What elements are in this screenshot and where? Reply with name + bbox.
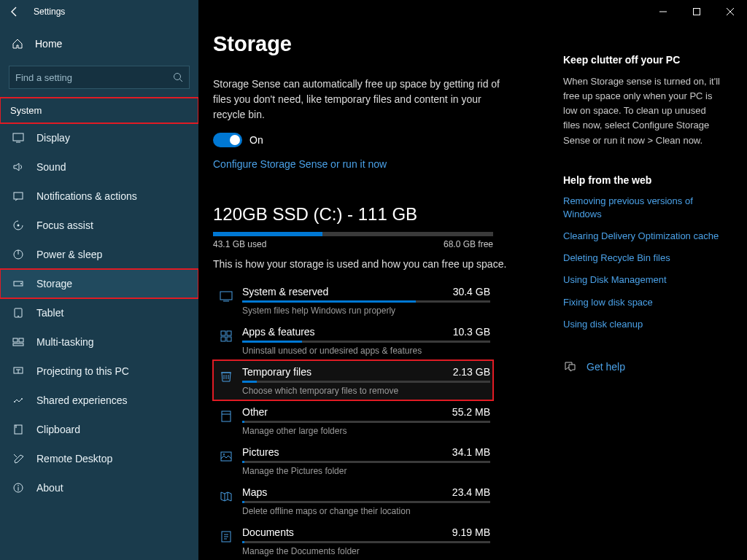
help-link[interactable]: Clearing Delivery Optimization cache [563,230,722,243]
category-icon [216,326,236,343]
storage-category-apps-features[interactable]: Apps & features10.3 GBUninstall unused o… [213,320,493,360]
category-bar [242,501,490,503]
home-icon [10,38,25,50]
category-bar [242,300,490,303]
storage-category-temporary-files[interactable]: Temporary files2.13 GBChoose which tempo… [213,360,493,400]
svg-point-25 [18,485,19,486]
right-heading-1: Keep clutter off your PC [563,54,722,66]
sidebar-icon [10,394,26,406]
category-icon [216,406,236,424]
category-system[interactable]: System [0,98,198,123]
sidebar-item-clipboard[interactable]: Clipboard [0,415,198,444]
category-bar [242,461,490,463]
chat-icon [563,360,581,373]
sidebar-item-display[interactable]: Display [0,123,198,152]
svg-rect-29 [227,331,231,335]
sidebar-item-label: Notifications & actions [36,190,137,202]
sidebar-icon [10,278,26,289]
sidebar-icon [10,161,26,173]
search-icon [173,72,183,82]
sidebar-item-label: Power & sleep [36,249,102,260]
help-link[interactable]: Removing previous versions of Windows [563,195,722,221]
category-subtitle: Choose which temporary files to remove [242,386,490,396]
category-size: 2.13 GB [453,366,490,378]
svg-point-11 [20,283,22,284]
sidebar: Home System DisplaySoundNotifications & … [0,0,198,560]
sidebar-item-label: Tablet [36,307,63,319]
svg-rect-15 [19,338,23,342]
svg-rect-14 [13,338,18,342]
sidebar-item-label: About [36,482,63,494]
help-link[interactable]: Fixing low disk space [563,296,722,309]
storage-category-pictures[interactable]: Pictures34.1 MBManage the Pictures folde… [213,440,493,481]
sidebar-item-sound[interactable]: Sound [0,152,198,182]
home-label: Home [35,38,62,50]
sidebar-item-about[interactable]: About [0,473,198,502]
svg-point-8 [18,225,20,227]
close-button[interactable] [713,0,747,23]
category-name: Other [242,406,268,418]
category-subtitle: Delete offline maps or change their loca… [242,506,490,516]
right-text-1: When Storage sense is turned on, it'll f… [563,74,722,148]
category-size: 34.1 MB [452,446,490,458]
svg-rect-26 [220,292,232,300]
sidebar-item-notifications-actions[interactable]: Notifications & actions [0,182,198,211]
drive-free-label: 68.0 GB free [444,239,493,249]
search-box[interactable] [9,66,190,89]
sidebar-icon [10,249,26,260]
sidebar-item-multi-tasking[interactable]: Multi-tasking [0,327,198,357]
svg-rect-16 [13,343,23,346]
sidebar-item-power-sleep[interactable]: Power & sleep [0,240,198,269]
sidebar-item-focus-assist[interactable]: Focus assist [0,211,198,240]
storage-category-other[interactable]: Other55.2 MBManage other large folders [213,400,493,440]
svg-point-18 [14,401,15,402]
help-link[interactable]: Using disk cleanup [563,318,722,331]
window-title: Settings [34,7,65,17]
storage-category-system-reserved[interactable]: System & reserved30.4 GBSystem files hel… [213,280,493,320]
get-help-link[interactable]: Get help [587,361,625,373]
sidebar-item-label: Projecting to this PC [36,365,129,377]
storage-category-documents[interactable]: Documents9.19 MBManage the Documents fol… [213,521,493,560]
page-heading: Storage [213,32,563,56]
sidebar-icon [10,424,26,435]
svg-rect-4 [13,133,23,141]
help-link[interactable]: Deleting Recycle Bin files [563,252,722,265]
sidebar-item-tablet[interactable]: Tablet [0,298,198,327]
storage-sense-toggle[interactable] [213,133,242,147]
category-name: Maps [242,486,267,498]
storage-sense-description: Storage Sense can automatically free up … [213,77,505,122]
svg-rect-38 [221,452,231,461]
maximize-button[interactable] [680,0,713,23]
search-input[interactable] [15,72,173,83]
main-content: Storage Storage Sense can automatically … [213,32,563,560]
category-size: 30.4 GB [453,286,490,298]
sidebar-item-remote-desktop[interactable]: Remote Desktop [0,444,198,473]
category-name: Documents [242,526,294,538]
sidebar-item-label: Display [36,132,70,144]
help-link[interactable]: Using Disk Management [563,273,722,287]
minimize-button[interactable] [646,0,680,23]
storage-category-maps[interactable]: Maps23.4 MBDelete offline maps or change… [213,481,493,521]
configure-storage-sense-link[interactable]: Configure Storage Sense or run it now [213,158,387,170]
sidebar-item-storage[interactable]: Storage [0,269,198,298]
svg-rect-36 [222,411,231,421]
home-button[interactable]: Home [0,29,198,58]
svg-rect-31 [227,337,231,341]
category-name: Temporary files [242,366,311,378]
category-bar [242,381,490,383]
category-bar [242,341,490,343]
sidebar-icon [10,219,26,231]
svg-line-3 [180,79,183,82]
sidebar-item-projecting-to-this-pc[interactable]: Projecting to this PC [0,357,198,386]
category-name: Pictures [242,446,279,458]
sidebar-icon [10,132,26,144]
svg-rect-1 [694,9,700,15]
drive-heading: 120GB SSD (C:) - 111 GB [213,204,563,225]
category-subtitle: Manage the Pictures folder [242,466,490,476]
sidebar-icon [10,336,26,348]
svg-rect-28 [221,331,225,335]
back-button[interactable] [7,4,22,19]
sidebar-item-shared-experiences[interactable]: Shared experiences [0,386,198,415]
sidebar-icon [10,365,26,377]
usage-description: This is how your storage is used and how… [213,258,563,270]
